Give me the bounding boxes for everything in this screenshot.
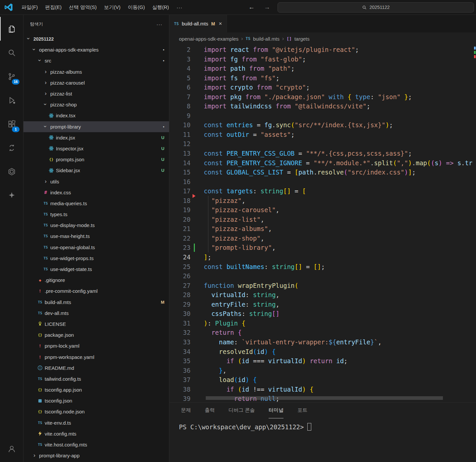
activitybar-files-button[interactable]	[0, 17, 23, 41]
menu-file[interactable]: 파일(F)	[18, 4, 41, 11]
code-line-33[interactable]: 33 name: `virtual-entry-wrapper:${entryF…	[169, 337, 476, 347]
menu-run[interactable]: 실행(R)	[149, 4, 173, 11]
menu-selection[interactable]: 선택 영역(S)	[65, 4, 100, 11]
activitybar-extensions-button[interactable]: 1	[0, 112, 23, 136]
terminal[interactable]: PS C:\workspace\dev_app\20251122>	[169, 418, 476, 431]
code-line-20[interactable]: 20 "pizzaz-list",	[169, 215, 476, 224]
tree-file-use-max-height.ts[interactable]: TSuse-max-height.ts	[23, 231, 169, 242]
panel-tab-output[interactable]: 출력	[205, 403, 215, 418]
tree-file-index.css[interactable]: #index.css	[23, 187, 169, 198]
code-line-32[interactable]: 32 return {	[169, 328, 476, 337]
panel-tab-debug-console[interactable]: 디버그 콘솔	[229, 403, 255, 418]
activitybar-account-button[interactable]	[0, 437, 23, 461]
code-line-30[interactable]: 30 cssPaths: string[]	[169, 309, 476, 319]
code-line-38[interactable]: 38 if (id !== virtualId) {	[169, 385, 476, 394]
code-line-27[interactable]: 27function wrapEntryPlugin(	[169, 281, 476, 290]
back-arrow-icon[interactable]: ←	[244, 4, 259, 11]
code-line-31[interactable]: 31): Plugin {	[169, 319, 476, 328]
code-line-34[interactable]: 34 resolveId(id) {	[169, 347, 476, 357]
code-line-18[interactable]: 18 "pizzaz",	[169, 196, 476, 206]
code-line-24[interactable]: 24];	[169, 252, 476, 262]
tree-file-use-openai-global.ts[interactable]: TSuse-openai-global.ts	[23, 242, 169, 253]
tree-folder-pizzaz-list[interactable]: ›pizzaz-list	[23, 88, 169, 99]
tree-file-types.ts[interactable]: TStypes.ts	[23, 209, 169, 220]
code-line-7[interactable]: 7import pkg from "./package.json" with {…	[169, 92, 476, 102]
breadcrumb-symbol[interactable]: targets	[294, 36, 310, 42]
tree-file-pnpm-workspace.yaml[interactable]: !pnpm-workspace.yaml	[23, 351, 169, 362]
code-line-15[interactable]: 15const GLOBAL_CSS_LIST = [path.resolve(…	[169, 168, 476, 177]
tree-file-use-widget-props.ts[interactable]: TSuse-widget-props.ts	[23, 253, 169, 264]
tree-file-Sidebar.jsx[interactable]: Sidebar.jsxU	[23, 165, 169, 176]
breadcrumb-file[interactable]: build-all.mts	[253, 36, 280, 42]
tree-folder-pizzaz-albums[interactable]: ›pizzaz-albums	[23, 66, 169, 77]
code-line-23[interactable]: 23 "prompt-library",	[169, 243, 476, 252]
code-line-16[interactable]: 16	[169, 177, 476, 187]
tree-file-Inspector.jsx[interactable]: Inspector.jsxU	[23, 143, 169, 154]
menu-edit[interactable]: 편집(E)	[41, 4, 65, 11]
code-editor[interactable]: 2import react from "@vitejs/plugin-react…	[169, 45, 476, 402]
code-line-3[interactable]: 3import fg from "fast-glob";	[169, 55, 476, 64]
code-line-6[interactable]: 6import crypto from "crypto";	[169, 83, 476, 92]
activitybar-source-control-button[interactable]: 16	[0, 64, 23, 88]
command-center-search[interactable]: 20251122	[278, 2, 474, 13]
activitybar-run-debug-button[interactable]	[0, 88, 23, 112]
code-line-35[interactable]: 35 if (id === virtualId) return id;	[169, 356, 476, 366]
tree-file-package.json[interactable]: {}package.json	[23, 329, 169, 340]
code-line-29[interactable]: 29 entryFile: string,	[169, 300, 476, 309]
tree-file-prompts.json[interactable]: {}prompts.jsonU	[23, 154, 169, 165]
breadcrumb-folder[interactable]: openai-apps-sdk-examples	[179, 36, 238, 42]
code-line-37[interactable]: 37 load(id) {	[169, 375, 476, 385]
code-line-25[interactable]: 25const builtNames: string[] = [];	[169, 262, 476, 272]
tree-file-tsconfig.json[interactable]: tsconfig.json	[23, 395, 169, 406]
activitybar-sync-arrows-button[interactable]	[0, 136, 23, 160]
tree-file-vite.config.mts[interactable]: vite.config.mts	[23, 428, 169, 439]
tree-file-vite-env.d.ts[interactable]: TSvite-env.d.ts	[23, 417, 169, 428]
panel-tab-terminal[interactable]: 터미널	[269, 403, 283, 418]
tree-file-use-display-mode.ts[interactable]: TSuse-display-mode.ts	[23, 220, 169, 231]
activitybar-sparkle-button[interactable]	[0, 183, 23, 207]
activitybar-search-button[interactable]	[0, 41, 23, 64]
tree-file-index.jsx[interactable]: index.jsxU	[23, 132, 169, 143]
activitybar-openai-logo-button[interactable]	[0, 160, 23, 183]
code-line-4[interactable]: 4import path from "path";	[169, 64, 476, 73]
tree-file-use-widget-state.ts[interactable]: TSuse-widget-state.ts	[23, 264, 169, 275]
tree-file-tsconfig.app.json[interactable]: {}tsconfig.app.json	[23, 384, 169, 395]
tree-folder-prompt-library[interactable]: ›prompt-library●	[23, 121, 169, 132]
tree-file-index.tsx[interactable]: index.tsx	[23, 110, 169, 121]
sidebar-more-actions-button[interactable]: ···	[156, 21, 162, 27]
menu-view[interactable]: 보기(V)	[100, 4, 124, 11]
close-icon[interactable]: ×	[219, 20, 222, 27]
tree-folder-utils[interactable]: ›utils	[23, 176, 169, 187]
code-line-11[interactable]: 11const outDir = "assets";	[169, 130, 476, 139]
tree-file-vite.host.config.mts[interactable]: TSvite.host.config.mts	[23, 439, 169, 450]
code-line-17[interactable]: 17const targets: string[] = [	[169, 186, 476, 196]
code-line-13[interactable]: 13const PER_ENTRY_CSS_GLOB = "**/*.{css,…	[169, 149, 476, 158]
panel-tab-ports[interactable]: 포트	[297, 403, 307, 418]
menu-go[interactable]: 이동(G)	[124, 4, 149, 11]
tree-folder-openai-apps-sdk-examples[interactable]: ›openai-apps-sdk-examples●	[23, 44, 169, 55]
horizontal-scrollbar[interactable]	[206, 396, 443, 400]
tree-folder-pizzaz-carousel[interactable]: ›pizzaz-carousel	[23, 77, 169, 88]
code-line-14[interactable]: 14const PER_ENTRY_CSS_IGNORE = "**/*.mod…	[169, 158, 476, 168]
tab-build-all-mts[interactable]: TS build-all.mts M ×	[169, 15, 227, 32]
code-line-36[interactable]: 36 },	[169, 366, 476, 375]
tree-file-pnpm-lock.yaml[interactable]: !pnpm-lock.yaml	[23, 340, 169, 351]
code-line-28[interactable]: 28 virtualId: string,	[169, 290, 476, 300]
tree-file-dev-all.mts[interactable]: TSdev-all.mts	[23, 308, 169, 319]
menu-overflow-button[interactable]: ···	[173, 5, 187, 10]
code-line-12[interactable]: 12	[169, 139, 476, 149]
panel-tab-problems[interactable]: 문제	[181, 403, 191, 418]
tree-file-tailwind.config.ts[interactable]: TStailwind.config.ts	[23, 373, 169, 384]
tree-folder-pizzaz-shop[interactable]: ›pizzaz-shop	[23, 99, 169, 110]
code-line-21[interactable]: 21 "pizzaz-albums",	[169, 224, 476, 234]
tree-file-build-all.mts[interactable]: TSbuild-all.mtsM	[23, 297, 169, 308]
code-line-26[interactable]: 26	[169, 271, 476, 281]
tree-file-README.md[interactable]: README.md	[23, 363, 169, 373]
tree-folder-src[interactable]: ›src●	[23, 55, 169, 66]
tree-file-media-queries.ts[interactable]: TSmedia-queries.ts	[23, 198, 169, 209]
code-line-2[interactable]: 2import react from "@vitejs/plugin-react…	[169, 45, 476, 55]
code-line-10[interactable]: 10const entries = fg.sync("src/**/index.…	[169, 120, 476, 130]
code-line-8[interactable]: 8import tailwindcss from "@tailwindcss/v…	[169, 101, 476, 111]
code-line-22[interactable]: 22 "pizzaz-shop",	[169, 234, 476, 243]
tree-file-.pre-commit-config.yaml[interactable]: !.pre-commit-config.yaml	[23, 286, 169, 296]
